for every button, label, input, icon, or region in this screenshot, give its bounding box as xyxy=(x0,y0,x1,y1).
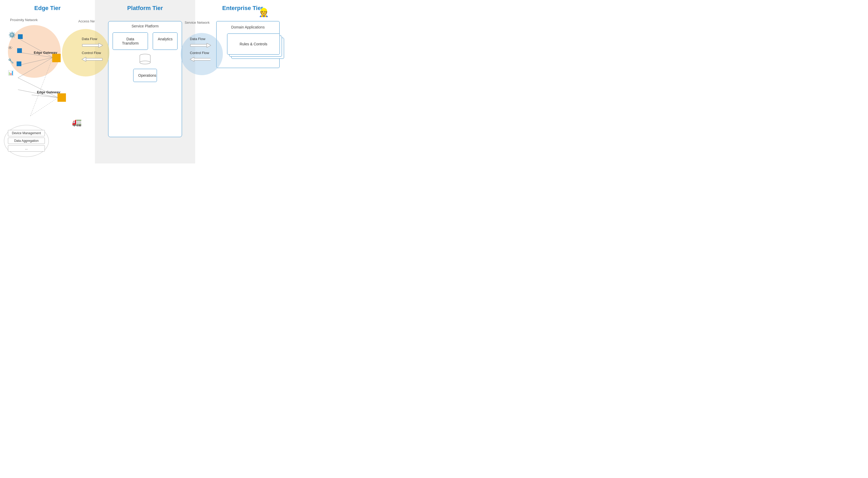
edge-tier: Edge Tier Proximity Network Access Netwo… xyxy=(0,0,95,163)
edge-control-flow-label: Control Flow xyxy=(82,51,101,55)
domain-applications-box: Domain Applications Rules & Controls xyxy=(216,21,280,68)
edge-callout: Device Management Data Aggregation ... xyxy=(4,125,49,157)
edge-data-flow-arrow xyxy=(82,42,103,49)
service-network-label: Service Network xyxy=(185,21,210,25)
svg-line-6 xyxy=(32,95,58,98)
truck-icon: 🚛 xyxy=(72,117,82,127)
blue-square-2 xyxy=(17,48,22,53)
svg-rect-12 xyxy=(86,58,102,60)
svg-marker-19 xyxy=(207,43,211,47)
proximity-label: Proximity Network xyxy=(10,18,38,22)
rules-stack: Rules & Controls xyxy=(226,32,270,64)
ent-control-flow-arrow xyxy=(190,56,211,63)
person-icon: 👷 xyxy=(258,7,269,18)
ent-data-flow-arrow xyxy=(190,42,211,49)
blue-square-1 xyxy=(18,34,23,39)
ent-control-flow-label: Control Flow xyxy=(190,51,209,55)
svg-line-8 xyxy=(30,98,58,116)
rules-box-front: Rules & Controls xyxy=(227,33,280,55)
svg-point-17 xyxy=(140,61,150,64)
analytics-box: Analytics xyxy=(153,32,178,50)
platform-tier: Platform Tier Service Platform Data Tran… xyxy=(95,0,195,163)
device-icon-data: 📊 xyxy=(8,70,14,76)
service-platform-title: Service Platform xyxy=(108,24,182,28)
svg-rect-18 xyxy=(190,44,207,46)
svg-line-4 xyxy=(18,78,58,98)
device-icon-gear: ⚙️ xyxy=(8,32,16,38)
rules-controls-label: Rules & Controls xyxy=(240,42,267,46)
enterprise-tier-title: Enterprise Tier xyxy=(195,0,290,14)
service-platform-box: Service Platform Data Transform Analytic… xyxy=(108,21,182,137)
domain-app-title: Domain Applications xyxy=(221,25,275,29)
svg-rect-21 xyxy=(194,58,211,60)
data-aggregation-label: Data Aggregation xyxy=(8,138,45,144)
data-transform-box: Data Transform xyxy=(113,32,148,50)
database-icon xyxy=(138,54,152,65)
edge-gateway-1-square xyxy=(52,54,61,62)
device-icon-sensor: 👁 xyxy=(8,45,13,51)
edge-flow-section: Data Flow Control Flow xyxy=(82,37,103,63)
more-label: ... xyxy=(8,145,45,152)
enterprise-tier: Enterprise Tier Service Network Data Flo… xyxy=(195,0,290,163)
edge-gateway-2-label: Edge Gateway xyxy=(37,90,60,94)
edge-data-flow-label: Data Flow xyxy=(82,37,97,41)
blue-square-3 xyxy=(17,61,21,66)
svg-marker-10 xyxy=(99,43,103,47)
main-diagram: Edge Tier Proximity Network Access Netwo… xyxy=(0,0,290,163)
enterprise-flow-section: Data Flow Control Flow xyxy=(190,37,211,63)
edge-tier-title: Edge Tier xyxy=(0,0,95,14)
svg-marker-20 xyxy=(190,57,194,61)
svg-rect-9 xyxy=(82,44,99,46)
svg-marker-11 xyxy=(82,57,86,61)
device-icon-pump: 🔧 xyxy=(8,58,14,64)
edge-control-flow-arrow xyxy=(82,56,103,63)
operations-box: Operations xyxy=(133,69,157,82)
service-platform-inner: Data Transform Analytics Operations xyxy=(108,32,182,82)
ent-data-flow-label: Data Flow xyxy=(190,37,206,41)
device-management-label: Device Management xyxy=(8,130,45,136)
sp-top-row: Data Transform Analytics xyxy=(113,32,178,50)
edge-gateway-2-square xyxy=(58,93,66,102)
platform-tier-title: Platform Tier xyxy=(95,0,195,14)
